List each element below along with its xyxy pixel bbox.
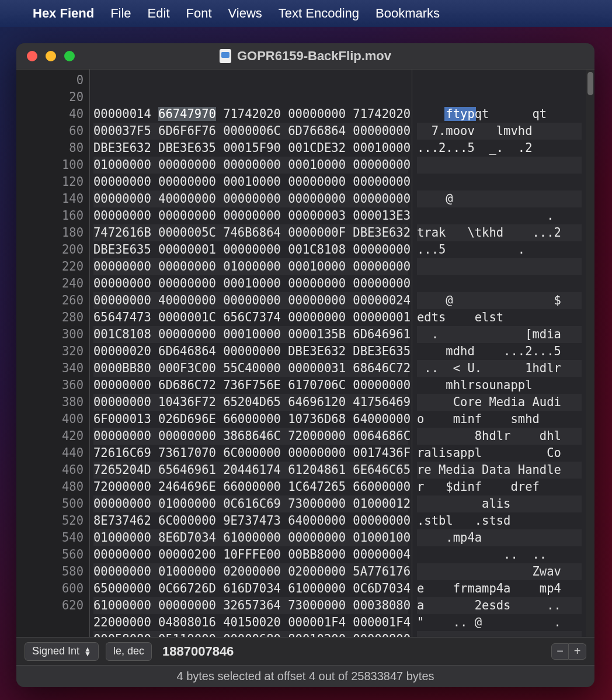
hex-row[interactable]: 000037F5 6D6F6F76 0000006C 6D766864 0000… [93, 123, 408, 140]
hex-column[interactable]: 00000014 66747970 71742020 00000000 7174… [90, 70, 412, 637]
ascii-row[interactable]: Core Media Audi [417, 394, 582, 411]
hex-row[interactable]: 00000000 00000200 10FFFE00 00BB8000 0000… [93, 546, 408, 563]
minimize-button[interactable] [46, 51, 56, 61]
hex-row[interactable]: 00000000 10436F72 65204D65 64696120 4175… [93, 394, 408, 411]
hex-row[interactable]: 01000000 00000000 00000000 00010000 0000… [93, 157, 408, 174]
hex-row[interactable]: 7472616B 0000005C 746B6864 0000000F DBE3… [93, 224, 408, 241]
plus-button[interactable]: + [569, 643, 586, 660]
offset-cell: 200 [19, 241, 84, 258]
ascii-row[interactable]: e frmamp4a mp4 [417, 580, 582, 597]
hex-row[interactable]: 00000000 00000000 00010000 00000000 0000… [93, 174, 408, 190]
ascii-row[interactable]: 7.moov lmvhd [417, 123, 582, 140]
hex-row[interactable]: 00000000 6D686C72 736F756E 6170706C 0000… [93, 377, 408, 394]
ascii-row[interactable]: " .. @ . [417, 614, 582, 631]
hex-row[interactable]: 22000000 04808016 40150020 000001F4 0000… [93, 614, 408, 631]
inspector-value: 1887007846 [162, 644, 234, 659]
ascii-row[interactable]: .. < U. 1hdlr [417, 360, 582, 377]
scroll-thumb[interactable] [587, 72, 593, 95]
hex-row[interactable]: 7265204D 65646961 20446174 61204861 6E64… [93, 462, 408, 479]
ascii-row[interactable]: .. . [417, 631, 582, 637]
ascii-row[interactable] [417, 174, 582, 190]
ascii-row[interactable] [417, 157, 582, 174]
ascii-row[interactable]: r $dinf dref [417, 479, 582, 495]
hex-row[interactable]: 65000000 0C66726D 616D7034 61000000 0C6D… [93, 580, 408, 597]
menu-edit[interactable]: Edit [148, 6, 170, 21]
status-text: 4 bytes selected at offset 4 out of 2583… [176, 670, 434, 683]
hex-row[interactable]: 00000000 00000000 01000000 00010000 0000… [93, 258, 408, 275]
offset-cell: 0 [19, 72, 84, 89]
zoom-button[interactable] [64, 51, 75, 61]
ascii-row[interactable]: edts elst [417, 309, 582, 326]
ascii-row[interactable]: alis [417, 495, 582, 512]
offset-cell: 160 [19, 207, 84, 224]
hex-row[interactable]: DBE3E635 00000001 00000000 001C8108 0000… [93, 241, 408, 258]
hex-row[interactable]: DBE3E632 DBE3E635 00015F90 001CDE32 0001… [93, 140, 408, 157]
menu-font[interactable]: Font [186, 6, 212, 21]
inspector-bar: Signed Int ▲▼ le, dec 1887007846 − + [16, 637, 594, 665]
hex-row[interactable]: 00000000 00000000 00000000 00000003 0000… [93, 207, 408, 224]
ascii-row[interactable] [417, 275, 582, 292]
minus-button[interactable]: − [551, 643, 569, 660]
hex-row[interactable]: 00058080 05119000 00000680 80010200 0000… [93, 631, 408, 637]
hex-row[interactable]: 00000000 01000000 0C616C69 73000000 0100… [93, 495, 408, 512]
offset-cell: 600 [19, 580, 84, 597]
hex-row[interactable]: 6F000013 026D696E 66000000 10736D68 6400… [93, 411, 408, 428]
close-button[interactable] [27, 51, 37, 61]
hex-row[interactable]: 00000000 00000000 3868646C 72000000 0064… [93, 428, 408, 445]
hex-row[interactable]: 65647473 0000001C 656C7374 00000000 0000… [93, 309, 408, 326]
hex-row[interactable]: 01000000 8E6D7034 61000000 00000000 0100… [93, 529, 408, 546]
hex-row[interactable]: 00000000 40000000 00000000 00000000 0000… [93, 292, 408, 309]
ascii-row[interactable]: @ $ [417, 292, 582, 309]
offset-cell: 520 [19, 512, 84, 529]
hex-row[interactable]: 72000000 2464696E 66000000 1C647265 6600… [93, 479, 408, 495]
hex-row[interactable]: 00000000 00000000 00010000 00000000 0000… [93, 275, 408, 292]
ascii-row[interactable]: .stbl .stsd [417, 512, 582, 529]
ascii-row[interactable]: . [mdia [417, 326, 582, 343]
ascii-row[interactable]: mhlrsounappl [417, 377, 582, 394]
offset-cell: 480 [19, 479, 84, 495]
ascii-row[interactable]: trak \tkhd ...2 [417, 224, 582, 241]
ascii-row[interactable]: ...5 . [417, 241, 582, 258]
offset-cell: 80 [19, 140, 84, 157]
type-selector[interactable]: Signed Int ▲▼ [25, 642, 99, 661]
hex-row[interactable]: 00000020 6D646864 00000000 DBE3E632 DBE3… [93, 343, 408, 360]
hex-row[interactable]: 0000BB80 000F3C00 55C40000 00000031 6864… [93, 360, 408, 377]
ascii-row[interactable]: ftypqt qt [417, 106, 582, 123]
ascii-row[interactable]: .. .. [417, 546, 582, 563]
offset-cell: 460 [19, 462, 84, 479]
hex-row[interactable]: 8E737462 6C000000 9E737473 64000000 0000… [93, 512, 408, 529]
menu-app-name[interactable]: Hex Fiend [33, 6, 94, 21]
vertical-scrollbar[interactable] [586, 70, 594, 637]
ascii-row[interactable]: .mp4a [417, 529, 582, 546]
hex-row[interactable]: 00000014 66747970 71742020 00000000 7174… [93, 106, 408, 123]
ascii-row[interactable]: re Media Data Handle [417, 462, 582, 479]
ascii-row[interactable]: . [417, 207, 582, 224]
titlebar[interactable]: GOPR6159-BackFlip.mov [16, 43, 594, 69]
hex-row[interactable]: 72616C69 73617070 6C000000 00000000 0017… [93, 445, 408, 462]
ascii-row[interactable]: ...2...5 _. .2 [417, 140, 582, 157]
ascii-row[interactable] [417, 258, 582, 275]
offset-cell: 40 [19, 106, 84, 123]
menu-views[interactable]: Views [228, 6, 262, 21]
hex-row[interactable]: 00000000 01000000 02000000 02000000 5A77… [93, 563, 408, 580]
offset-cell: 500 [19, 495, 84, 512]
ascii-row[interactable]: ralisappl Co [417, 445, 582, 462]
ascii-row[interactable]: Zwav [417, 563, 582, 580]
ascii-column[interactable]: ftypqt qt 7.moov lmvhd ...2...5 _. .2 @ … [412, 70, 586, 637]
menu-file[interactable]: File [110, 6, 131, 21]
hex-row[interactable]: 00000000 40000000 00000000 00000000 0000… [93, 190, 408, 207]
ascii-row[interactable]: mdhd ...2...5 [417, 343, 582, 360]
hex-editor[interactable]: 0204060801001201401601802002202402602803… [16, 69, 594, 637]
offset-cell: 180 [19, 224, 84, 241]
format-selector[interactable]: le, dec [106, 642, 152, 661]
ascii-row[interactable]: a 2esds .. [417, 597, 582, 614]
ascii-row[interactable]: @ [417, 190, 582, 207]
ascii-row[interactable]: o minf smhd [417, 411, 582, 428]
offset-cell: 440 [19, 445, 84, 462]
menu-bookmarks[interactable]: Bookmarks [375, 6, 440, 21]
ascii-row[interactable]: 8hdlr dhl [417, 428, 582, 445]
menu-text-encoding[interactable]: Text Encoding [279, 6, 359, 21]
offset-column: 0204060801001201401601802002202402602803… [16, 70, 90, 637]
hex-row[interactable]: 61000000 00000000 32657364 73000000 0003… [93, 597, 408, 614]
hex-row[interactable]: 001C8108 00000000 00010000 0000135B 6D64… [93, 326, 408, 343]
